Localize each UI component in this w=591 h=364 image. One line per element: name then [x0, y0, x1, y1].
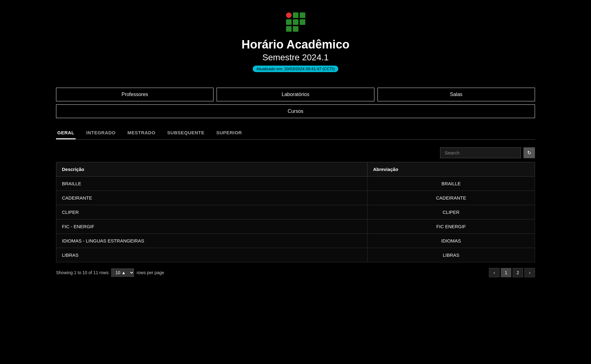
logo-dot-red [286, 12, 292, 18]
table-header-row: Descrição Abreviação [56, 162, 535, 177]
rows-per-page-select[interactable]: 10 ▲ 25 50 [111, 268, 134, 277]
search-input[interactable] [440, 147, 521, 158]
logo-dot-1 [293, 12, 298, 18]
rows-per-page-label: rows per page [137, 270, 164, 275]
update-badge: Atualizado em: 20/03/2024 09:41:47 (CCTI… [253, 66, 338, 72]
refresh-icon: ↻ [527, 150, 531, 156]
logo-dot-7 [293, 26, 298, 32]
table-section: ↻ Descrição Abreviação BRAILLEBRAILLECAD… [0, 147, 591, 277]
table-cell-descricao: LIBRAS [56, 248, 368, 262]
logo-dot-2 [300, 12, 305, 18]
tab-subsequente[interactable]: SUBSEQUENTE [166, 127, 206, 139]
logo-dot-8 [300, 26, 305, 32]
column-header-descricao: Descrição [56, 162, 368, 177]
logo-dot-3 [286, 19, 292, 25]
table-cell-descricao: IDIOMAS - LINGUAS ESTRANGEIRAS [56, 234, 368, 248]
nav-laboratorios-button[interactable]: Laboratórios [217, 88, 374, 101]
table-cell-descricao: CADEIRANTE [56, 191, 368, 205]
pagination-page-1-button[interactable]: 1 [501, 268, 511, 277]
refresh-button[interactable]: ↻ [523, 147, 535, 158]
pagination-left: Showing 1 to 10 of 11 rows 10 ▲ 25 50 ro… [56, 268, 164, 277]
table-cell-descricao: FIC - ENERGIF [56, 219, 368, 234]
pagination-page-2-button[interactable]: 2 [513, 268, 523, 277]
tab-superior[interactable]: SUPERIOR [215, 127, 243, 139]
page-title: Horário Acadêmico [242, 38, 349, 51]
logo-dot-5 [300, 19, 305, 25]
table-cell-descricao: CLIPER [56, 205, 368, 219]
tab-mestrado[interactable]: MESTRADO [126, 127, 157, 139]
table-row[interactable]: BRAILLEBRAILLE [56, 177, 535, 191]
tabs-section: GERAL INTEGRADO MESTRADO SUBSEQUENTE SUP… [0, 127, 591, 140]
pagination-next-button[interactable]: › [524, 268, 535, 277]
table-cell-descricao: BRAILLE [56, 177, 368, 191]
logo-dot-6 [286, 26, 292, 32]
logo [286, 12, 305, 32]
nav-buttons: Professores Laboratórios Salas Cursos [0, 88, 591, 118]
column-header-abreviacao: Abreviação [367, 162, 535, 177]
search-row: ↻ [56, 147, 535, 158]
nav-salas-button[interactable]: Salas [378, 88, 535, 101]
table-cell-abreviacao: BRAILLE [367, 177, 535, 191]
nav-row-top: Professores Laboratórios Salas [56, 88, 535, 101]
pagination-row: Showing 1 to 10 of 11 rows 10 ▲ 25 50 ro… [56, 268, 535, 277]
data-table: Descrição Abreviação BRAILLEBRAILLECADEI… [56, 162, 535, 262]
header: Horário Acadêmico Semestre 2024.1 Atuali… [0, 0, 591, 72]
page-subtitle: Semestre 2024.1 [262, 53, 329, 62]
table-cell-abreviacao: IDIOMAS [367, 234, 535, 248]
pagination-prev-button[interactable]: ‹ [489, 268, 500, 277]
tabs-container: GERAL INTEGRADO MESTRADO SUBSEQUENTE SUP… [56, 127, 535, 140]
table-body: BRAILLEBRAILLECADEIRANTECADEIRANTECLIPER… [56, 177, 535, 262]
table-row[interactable]: CADEIRANTECADEIRANTE [56, 191, 535, 205]
table-cell-abreviacao: CLIPER [367, 205, 535, 219]
tab-geral[interactable]: GERAL [56, 127, 76, 139]
table-row[interactable]: LIBRASLIBRAS [56, 248, 535, 262]
nav-cursos-button[interactable]: Cursos [56, 104, 535, 118]
table-cell-abreviacao: FIC ENERGIF [367, 219, 535, 234]
logo-dot-4 [293, 19, 298, 25]
showing-text: Showing 1 to 10 of 11 rows [56, 270, 109, 275]
table-row[interactable]: CLIPERCLIPER [56, 205, 535, 219]
tab-integrado[interactable]: INTEGRADO [85, 127, 117, 139]
table-cell-abreviacao: CADEIRANTE [367, 191, 535, 205]
table-cell-abreviacao: LIBRAS [367, 248, 535, 262]
nav-professores-button[interactable]: Professores [56, 88, 213, 101]
table-row[interactable]: FIC - ENERGIFFIC ENERGIF [56, 219, 535, 234]
nav-row-bottom: Cursos [56, 104, 535, 118]
table-row[interactable]: IDIOMAS - LINGUAS ESTRANGEIRASIDIOMAS [56, 234, 535, 248]
pagination-controls: ‹ 1 2 › [489, 268, 535, 277]
